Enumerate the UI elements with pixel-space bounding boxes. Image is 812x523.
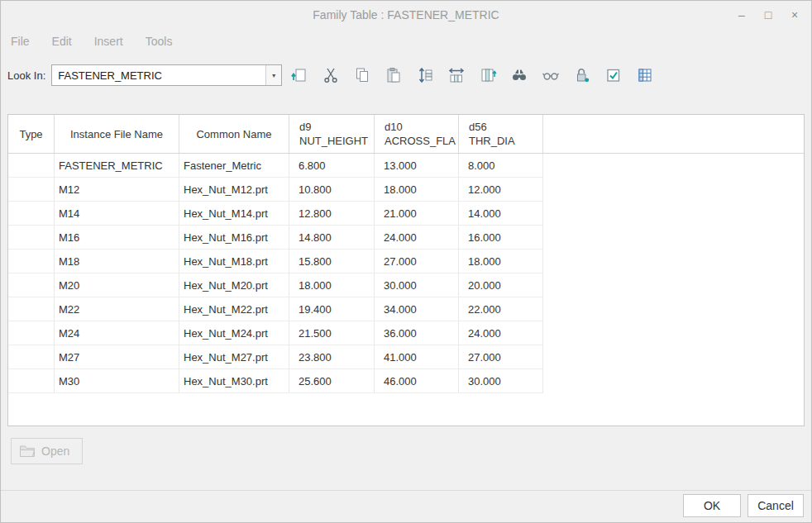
verify-button[interactable] (599, 62, 628, 88)
column-header-d56[interactable]: d56 THR_DIA (459, 115, 543, 153)
copy-button[interactable] (348, 62, 376, 88)
table-cell[interactable]: 46.000 (375, 369, 459, 393)
preview-button[interactable] (537, 62, 565, 88)
table-cell[interactable]: 30.000 (459, 369, 543, 393)
table-cell[interactable]: Fastener_Metric (179, 154, 289, 178)
add-column-button[interactable] (474, 62, 502, 88)
table-cell[interactable]: Hex_Nut_M14.prt (179, 202, 289, 226)
table-cell[interactable]: 18.000 (289, 273, 375, 297)
table-cell[interactable]: 21.500 (289, 321, 375, 345)
table-editor-button[interactable] (631, 62, 659, 88)
table-row[interactable]: M18Hex_Nut_M18.prt15.80027.00018.000 (8, 250, 804, 273)
menu-edit[interactable]: Edit (52, 35, 72, 48)
ok-button[interactable]: OK (683, 494, 741, 517)
menu-tools[interactable]: Tools (146, 35, 173, 48)
table-cell[interactable] (8, 369, 55, 393)
table-cell[interactable]: M30 (55, 369, 179, 393)
table-cell[interactable]: 12.000 (459, 178, 543, 202)
table-cell[interactable] (8, 202, 55, 226)
column-header-type[interactable]: Type (8, 115, 55, 153)
parent-instance-button[interactable] (285, 62, 313, 88)
lock-button[interactable] (568, 62, 596, 88)
table-cell[interactable]: Hex_Nut_M20.prt (179, 273, 289, 297)
table-cell[interactable]: Hex_Nut_M30.prt (179, 369, 289, 393)
table-cell[interactable]: 27.000 (375, 250, 459, 273)
maximize-icon[interactable]: □ (762, 8, 775, 21)
table-cell[interactable]: 12.800 (289, 202, 375, 226)
table-cell[interactable]: M20 (55, 273, 179, 297)
insert-row-button[interactable] (411, 62, 439, 88)
table-cell[interactable] (8, 250, 55, 273)
table-cell[interactable]: Hex_Nut_M16.prt (179, 226, 289, 250)
table-cell[interactable] (8, 154, 55, 178)
table-cell[interactable] (8, 321, 55, 345)
table-cell[interactable]: 21.000 (375, 202, 459, 226)
table-cell[interactable]: M27 (55, 345, 179, 369)
table-cell[interactable]: 14.000 (459, 202, 543, 226)
find-button[interactable] (505, 62, 533, 88)
table-row[interactable]: M14Hex_Nut_M14.prt12.80021.00014.000 (8, 202, 804, 226)
table-row[interactable]: M16Hex_Nut_M16.prt14.80024.00016.000 (8, 226, 804, 250)
table-cell[interactable]: 18.000 (459, 250, 543, 273)
insert-column-button[interactable] (442, 62, 470, 88)
table-row[interactable]: M20Hex_Nut_M20.prt18.00030.00020.000 (8, 273, 804, 297)
table-row[interactable]: M22Hex_Nut_M22.prt19.40034.00022.000 (8, 297, 804, 321)
cut-button[interactable] (317, 62, 345, 88)
paste-button[interactable] (380, 62, 408, 88)
open-button[interactable]: Open (11, 438, 83, 464)
table-cell[interactable]: Hex_Nut_M22.prt (179, 297, 289, 321)
table-cell[interactable]: 27.000 (459, 345, 543, 369)
table-row[interactable]: M12Hex_Nut_M12.prt10.80018.00012.000 (8, 178, 804, 202)
table-cell[interactable]: 24.000 (459, 321, 543, 345)
column-header-d9[interactable]: d9 NUT_HEIGHT (289, 115, 375, 153)
cancel-button[interactable]: Cancel (748, 494, 804, 517)
table-cell[interactable]: Hex_Nut_M18.prt (179, 250, 289, 273)
minimize-icon[interactable]: – (735, 8, 748, 21)
table-cell[interactable]: Hex_Nut_M27.prt (179, 345, 289, 369)
table-cell[interactable]: 19.400 (289, 297, 375, 321)
table-cell[interactable]: 13.000 (375, 154, 459, 178)
table-cell[interactable]: M12 (55, 178, 179, 202)
table-cell[interactable]: 20.000 (459, 273, 543, 297)
column-header-instance[interactable]: Instance File Name (55, 115, 179, 153)
table-cell[interactable]: 23.800 (289, 345, 375, 369)
table-cell[interactable]: Hex_Nut_M24.prt (179, 321, 289, 345)
table-cell[interactable]: M24 (55, 321, 179, 345)
look-in-input[interactable] (52, 65, 265, 85)
table-row[interactable]: M24Hex_Nut_M24.prt21.50036.00024.000 (8, 321, 804, 345)
table-row[interactable]: M30Hex_Nut_M30.prt25.60046.00030.000 (8, 369, 804, 393)
close-icon[interactable]: × (788, 8, 801, 21)
table-cell[interactable] (8, 297, 55, 321)
table-cell[interactable] (8, 226, 55, 250)
table-cell[interactable]: Hex_Nut_M12.prt (179, 178, 289, 202)
table-cell[interactable]: 41.000 (375, 345, 459, 369)
table-cell[interactable]: 16.000 (459, 226, 543, 250)
table-cell[interactable]: 15.800 (289, 250, 375, 273)
table-cell[interactable]: M22 (55, 297, 179, 321)
menu-file[interactable]: File (11, 35, 30, 48)
table-cell[interactable] (8, 273, 55, 297)
table-cell[interactable]: 24.000 (375, 226, 459, 250)
chevron-down-icon[interactable]: ▼ (265, 65, 281, 85)
table-cell[interactable]: 30.000 (375, 273, 459, 297)
table-cell[interactable]: 25.600 (289, 369, 375, 393)
table-cell[interactable]: M14 (55, 202, 179, 226)
table-cell[interactable]: 10.800 (289, 178, 375, 202)
menu-insert[interactable]: Insert (94, 35, 123, 48)
table-cell[interactable]: 6.800 (289, 154, 375, 178)
table-cell[interactable]: M16 (55, 226, 179, 250)
column-header-d10[interactable]: d10 ACROSS_FLA (375, 115, 459, 153)
table-cell[interactable]: 18.000 (375, 178, 459, 202)
table-cell[interactable]: 14.800 (289, 226, 375, 250)
table-row[interactable]: M27Hex_Nut_M27.prt23.80041.00027.000 (8, 345, 804, 369)
table-cell[interactable]: FASTENER_METRIC (55, 154, 179, 178)
table-cell[interactable]: M18 (55, 250, 179, 273)
table-cell[interactable] (8, 345, 55, 369)
table-cell[interactable] (8, 178, 55, 202)
table-cell[interactable]: 22.000 (459, 297, 543, 321)
table-row[interactable]: FASTENER_METRICFastener_Metric6.80013.00… (8, 154, 804, 178)
table-cell[interactable]: 34.000 (375, 297, 459, 321)
table-cell[interactable]: 8.000 (459, 154, 543, 178)
column-header-common[interactable]: Common Name (179, 115, 289, 153)
table-cell[interactable]: 36.000 (375, 321, 459, 345)
